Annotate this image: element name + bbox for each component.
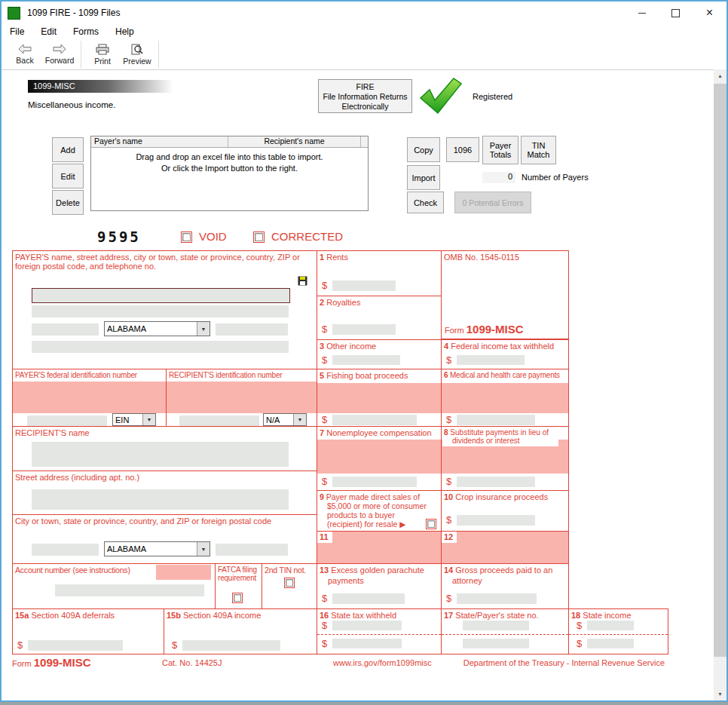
payer-zip-input[interactable] xyxy=(216,323,288,336)
menu-item-file[interactable]: File xyxy=(2,25,32,38)
box-18-number: 18 xyxy=(571,611,580,620)
corrected-checkbox[interactable] xyxy=(253,231,265,243)
dollar-sign: $ xyxy=(17,639,23,651)
payer-name-input[interactable] xyxy=(32,288,290,303)
minimize-button[interactable] xyxy=(625,2,659,24)
edit-button[interactable]: Edit xyxy=(52,164,84,189)
table-empty-message: Drag and drop an excel file into this ta… xyxy=(91,152,368,174)
print-button[interactable]: Print xyxy=(85,40,120,69)
fatca-checkbox[interactable] xyxy=(232,593,243,603)
void-checkbox[interactable] xyxy=(181,231,192,243)
recipient-name-input[interactable] xyxy=(32,442,289,467)
box-2-label: Royalties xyxy=(326,298,360,307)
payer-totals-button[interactable]: Payer Totals xyxy=(482,136,518,164)
box-13-label-line1: Excess golden parachute xyxy=(331,566,424,575)
delete-button[interactable]: Delete xyxy=(52,190,84,215)
potential-errors-button[interactable]: 0 Potential Errors xyxy=(454,192,531,213)
box-2nd-tin: 2nd TIN not. xyxy=(262,563,317,609)
box-5-amount-input[interactable] xyxy=(332,415,417,425)
scroll-down-button[interactable]: ▼ xyxy=(714,688,726,700)
box-15a: 15a Section 409A deferrals $ xyxy=(12,608,164,654)
recipient-tin-type-dropdown[interactable]: N/A ▼ xyxy=(263,413,307,426)
2nd-tin-checkbox[interactable] xyxy=(284,578,295,588)
payer-state-value: ALABAMA xyxy=(105,322,197,336)
box-14-amount-input[interactable] xyxy=(457,593,537,604)
box-10-amount-input[interactable] xyxy=(457,515,535,526)
import-button[interactable]: Import xyxy=(407,165,440,190)
box-4-amount-input[interactable] xyxy=(457,355,525,365)
fire-button[interactable]: FIRE File Information Returns Electronic… xyxy=(318,79,412,113)
recipient-city-input[interactable] xyxy=(32,544,99,556)
box-15b-amount-input[interactable] xyxy=(182,640,280,651)
street-address-input[interactable] xyxy=(32,489,289,510)
maximize-button[interactable] xyxy=(659,2,693,24)
preview-button[interactable]: Preview xyxy=(120,40,154,69)
box-1-amount-input[interactable] xyxy=(332,280,396,291)
chevron-down-icon[interactable]: ▼ xyxy=(197,542,210,556)
box-17-value2-input[interactable] xyxy=(463,639,529,648)
box-1-label: Rents xyxy=(326,253,348,262)
recipient-id-input[interactable] xyxy=(179,415,259,426)
chevron-down-icon[interactable]: ▼ xyxy=(197,322,210,336)
account-number-input[interactable] xyxy=(55,584,204,596)
menu-item-edit[interactable]: Edit xyxy=(32,25,65,38)
scroll-up-button[interactable]: ▲ xyxy=(714,69,726,82)
box-3-amount-input[interactable] xyxy=(332,355,400,365)
box-18-amount1-input[interactable] xyxy=(587,621,634,630)
box-7-pink-band xyxy=(317,440,441,474)
column-header-payer-name[interactable]: Payer's name xyxy=(91,136,228,147)
payer-table[interactable]: Payer's name Recipient's name Drag and d… xyxy=(90,136,369,211)
add-button[interactable]: Add xyxy=(52,137,84,162)
payer-phone-input[interactable] xyxy=(32,341,289,353)
box-9-checkbox[interactable] xyxy=(426,519,436,529)
box-15a-amount-input[interactable] xyxy=(28,640,123,651)
copy-button[interactable]: Copy xyxy=(407,137,440,162)
box-6-pink-band xyxy=(442,383,568,413)
column-header-recipient-name[interactable]: Recipient's name xyxy=(228,136,361,147)
payer-city-input[interactable] xyxy=(32,323,99,336)
box-recipient-id: RECIPIENT'S identification number N/A ▼ xyxy=(166,369,317,427)
box-18-amount2-input[interactable] xyxy=(587,639,634,648)
menu-item-help[interactable]: Help xyxy=(107,25,142,38)
box-12-number: 12 xyxy=(442,532,457,543)
recipient-zip-input[interactable] xyxy=(216,544,288,556)
check-button[interactable]: Check xyxy=(407,192,444,213)
close-button[interactable]: × xyxy=(693,2,726,24)
box-16-amount2-input[interactable] xyxy=(332,639,402,648)
box-13-label-line2: payments xyxy=(317,576,441,585)
box-2-amount-input[interactable] xyxy=(332,324,396,335)
payer-tin-type-dropdown[interactable]: EIN ▼ xyxy=(112,413,156,426)
minimize-icon xyxy=(638,13,646,14)
button-1096[interactable]: 1096 xyxy=(446,137,479,162)
app-window: 1099 FIRE - 1099 Files × File Edit Forms… xyxy=(0,0,728,702)
box-17-value1-input[interactable] xyxy=(463,621,529,630)
forward-arrow-icon xyxy=(52,44,67,54)
footer-form-name-block: Form 1099-MISC xyxy=(12,656,91,669)
table-empty-line1: Drag and drop an excel file into this ta… xyxy=(91,152,368,163)
scroll-down-icon: ▼ xyxy=(717,691,723,697)
save-icon[interactable] xyxy=(298,276,307,286)
box-7-amount-input[interactable] xyxy=(332,477,417,487)
box-6-amount-input[interactable] xyxy=(457,415,535,425)
chevron-down-icon[interactable]: ▼ xyxy=(142,414,155,425)
number-of-payers-field[interactable]: 0 xyxy=(482,172,515,183)
recipient-state-dropdown[interactable]: ALABAMA ▼ xyxy=(104,541,210,556)
box-16-amount1-input[interactable] xyxy=(332,621,402,630)
tin-match-button[interactable]: TIN Match xyxy=(521,136,556,164)
back-button[interactable]: Back xyxy=(8,40,42,69)
payer-state-dropdown[interactable]: ALABAMA ▼ xyxy=(104,321,210,336)
scrollbar-thumb[interactable] xyxy=(714,84,726,657)
dollar-sign: $ xyxy=(322,638,327,649)
menu-item-forms[interactable]: Forms xyxy=(65,25,107,38)
chevron-down-icon[interactable]: ▼ xyxy=(293,414,306,425)
vertical-scrollbar[interactable]: ▲ ▼ xyxy=(714,69,726,700)
payer-id-input[interactable] xyxy=(27,415,107,426)
window-title: 1099 FIRE - 1099 Files xyxy=(27,8,120,18)
print-label: Print xyxy=(94,57,111,66)
preview-label: Preview xyxy=(123,57,151,66)
dollar-sign: $ xyxy=(577,620,582,631)
box-8-amount-input[interactable] xyxy=(457,477,535,487)
forward-button[interactable]: Forward xyxy=(42,40,77,69)
box-13-amount-input[interactable] xyxy=(332,593,405,604)
payer-address-input[interactable] xyxy=(32,305,289,317)
